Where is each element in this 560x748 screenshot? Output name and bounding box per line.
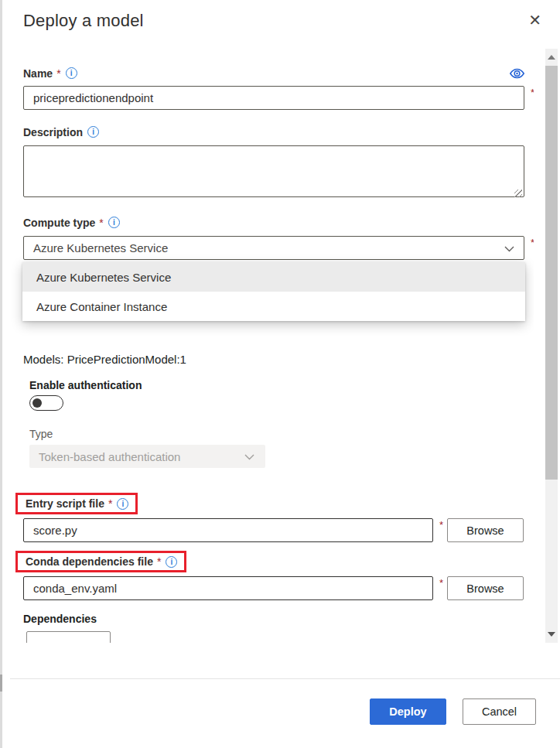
- description-label: Description: [23, 126, 83, 138]
- panel-left-edge-thumb: [0, 675, 2, 692]
- chevron-down-icon: [504, 246, 514, 252]
- conda-file-input-required-mark: *: [439, 577, 443, 589]
- dropdown-option-aci[interactable]: Azure Container Instance: [22, 292, 525, 321]
- compute-type-required-mark-outer: *: [531, 237, 534, 248]
- entry-script-label: Entry script file: [26, 497, 104, 510]
- footer-divider: [10, 678, 560, 679]
- name-required-mark: *: [56, 67, 60, 80]
- name-input[interactable]: [23, 86, 524, 110]
- auth-type-select: Token-based authentication: [29, 445, 265, 468]
- page-title: Deploy a model: [23, 11, 144, 31]
- compute-type-label: Compute type: [23, 217, 95, 229]
- conda-file-browse-button[interactable]: Browse: [447, 576, 524, 600]
- enable-authentication-toggle[interactable]: [29, 395, 63, 411]
- auth-type-selected-value: Token-based authentication: [39, 450, 180, 463]
- scrollbar-up-arrow-icon[interactable]: [548, 55, 555, 60]
- compute-type-label-row: Compute type * i: [23, 215, 524, 230]
- compute-type-dropdown-panel: Azure Kubernetes Service Azure Container…: [22, 262, 525, 321]
- dependencies-label: Dependencies: [23, 613, 524, 625]
- dialog-scroll-area: Name * i * Description: [0, 49, 534, 643]
- preview-eye-icon[interactable]: [510, 68, 524, 79]
- cancel-button[interactable]: Cancel: [463, 698, 536, 725]
- entry-script-input-required-mark: *: [439, 519, 443, 531]
- compute-type-selected-value: Azure Kubernetes Service: [33, 241, 168, 254]
- info-icon[interactable]: i: [108, 217, 120, 228]
- conda-file-input[interactable]: [23, 576, 433, 600]
- scrollbar-thumb[interactable]: [545, 66, 558, 480]
- conda-file-label: Conda dependencies file: [26, 555, 153, 568]
- description-label-row: Description i: [23, 125, 524, 139]
- entry-script-input[interactable]: [23, 518, 433, 542]
- scrollbar-down-arrow-icon[interactable]: [548, 632, 555, 637]
- models-summary: Models: PricePredictionModel:1: [23, 353, 524, 366]
- dependencies-input-partial[interactable]: [26, 631, 111, 643]
- name-input-required-mark: *: [531, 87, 534, 98]
- close-icon[interactable]: ✕: [525, 9, 545, 31]
- name-label: Name: [23, 67, 53, 80]
- compute-type-select[interactable]: Azure Kubernetes Service Azure Kubernete…: [23, 236, 524, 260]
- info-icon[interactable]: i: [117, 498, 128, 510]
- conda-file-required-mark: *: [157, 555, 161, 568]
- deploy-button[interactable]: Deploy: [370, 698, 446, 725]
- deploy-model-dialog: Deploy a model ✕ Name * i: [0, 0, 560, 748]
- entry-script-browse-button[interactable]: Browse: [447, 518, 524, 542]
- entry-script-highlight-box: Entry script file * i: [15, 493, 138, 514]
- entry-script-required-mark: *: [108, 497, 112, 510]
- compute-type-required-mark: *: [99, 217, 103, 229]
- description-textarea[interactable]: [23, 145, 524, 197]
- conda-file-highlight-box: Conda dependencies file * i: [15, 551, 186, 572]
- info-icon[interactable]: i: [66, 67, 77, 79]
- dropdown-option-aks[interactable]: Azure Kubernetes Service: [22, 262, 525, 292]
- toggle-knob: [32, 398, 42, 408]
- info-icon[interactable]: i: [87, 126, 99, 138]
- vertical-scrollbar[interactable]: [545, 49, 558, 643]
- auth-type-label: Type: [29, 428, 524, 440]
- enable-authentication-label: Enable authentication: [29, 379, 524, 391]
- name-label-row: Name * i: [23, 66, 524, 80]
- chevron-down-icon: [244, 454, 254, 460]
- footer-buttons: Deploy Cancel: [370, 698, 536, 725]
- info-icon[interactable]: i: [166, 556, 177, 568]
